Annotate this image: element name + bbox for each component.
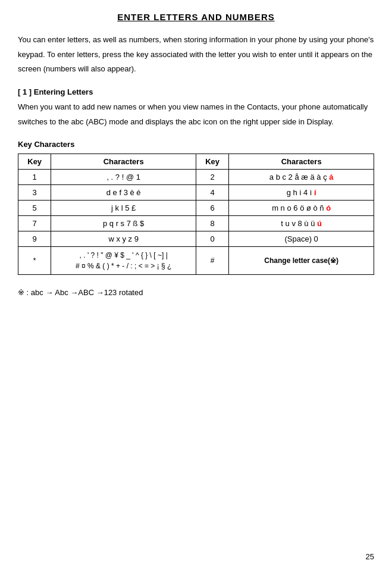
chars-5: j k l 5 £ xyxy=(51,201,196,216)
col-header-key1: Key xyxy=(18,154,51,170)
chars-2: a b c 2 å æ ä à ç á xyxy=(229,170,374,185)
chars-3: d e f 3 è é xyxy=(51,185,196,201)
chars-6: m n o 6 ö ø ò ñ ó xyxy=(229,201,374,216)
table-row: 3 d e f 3 è é 4 g h i 4 ì í xyxy=(18,185,374,201)
intro-text: You can enter letters, as well as number… xyxy=(18,33,374,77)
key-5: 5 xyxy=(18,201,51,216)
section1-heading: [ 1 ] Entering Letters xyxy=(18,87,374,96)
key-8: 8 xyxy=(196,216,228,231)
key-3: 3 xyxy=(18,185,51,201)
page-number: 25 xyxy=(366,552,374,561)
chars-hash: Change letter case(※) xyxy=(229,247,374,275)
chars-7: p q r s 7 ß $ xyxy=(51,216,196,231)
key-6: 6 xyxy=(196,201,228,216)
table-row: * , . ' ? ! " @ ¥ $ _ ' ^ { } \ [ ~] |# … xyxy=(18,247,374,275)
red-char-8: ú xyxy=(317,219,322,228)
col-header-chars1: Characters xyxy=(51,154,196,170)
chars-8: t u v 8 ù ü ú xyxy=(229,216,374,231)
table-row: 9 w x y z 9 0 (Space) 0 xyxy=(18,231,374,247)
note-text: ※ : abc → Abc →ABC →123 rotated xyxy=(18,286,374,299)
key-4: 4 xyxy=(196,185,228,201)
key-hash: # xyxy=(196,247,228,275)
key-2: 2 xyxy=(196,170,228,185)
key-0: 0 xyxy=(196,231,228,247)
key-1: 1 xyxy=(18,170,51,185)
col-header-chars2: Characters xyxy=(229,154,374,170)
chars-9: w x y z 9 xyxy=(51,231,196,247)
key-star: * xyxy=(18,247,51,275)
red-char-4: í xyxy=(314,188,316,197)
key-characters-title: Key Characters xyxy=(18,140,374,149)
section1-body: When you want to add new names or when y… xyxy=(18,100,374,129)
red-char-6: ó xyxy=(326,203,331,212)
red-char-2: á xyxy=(329,173,333,181)
chars-1: , . ? ! @ 1 xyxy=(51,170,196,185)
table-row: 1 , . ? ! @ 1 2 a b c 2 å æ ä à ç á xyxy=(18,170,374,185)
key-9: 9 xyxy=(18,231,51,247)
page-title: ENTER LETTERS AND NUMBERS xyxy=(18,12,374,22)
chars-4: g h i 4 ì í xyxy=(229,185,374,201)
chars-0: (Space) 0 xyxy=(229,231,374,247)
col-header-key2: Key xyxy=(196,154,228,170)
table-row: 5 j k l 5 £ 6 m n o 6 ö ø ò ñ ó xyxy=(18,201,374,216)
chars-star: , . ' ? ! " @ ¥ $ _ ' ^ { } \ [ ~] |# ¤ … xyxy=(51,247,196,275)
table-row: 7 p q r s 7 ß $ 8 t u v 8 ù ü ú xyxy=(18,216,374,231)
key-7: 7 xyxy=(18,216,51,231)
key-characters-table: Key Characters Key Characters 1 , . ? ! … xyxy=(18,154,374,275)
